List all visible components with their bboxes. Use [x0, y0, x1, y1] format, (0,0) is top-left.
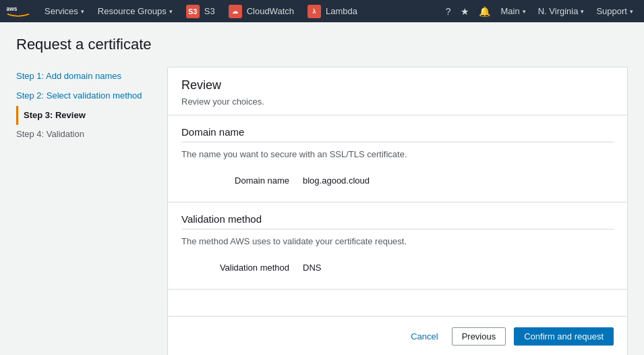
- s3-icon: S3: [186, 5, 200, 18]
- region-chevron: ▾: [581, 8, 584, 15]
- previous-button[interactable]: Previous: [452, 327, 506, 346]
- services-label: Services: [45, 6, 78, 16]
- page-layout: Step 1: Add domain names Step 2: Select …: [16, 67, 628, 355]
- lambda-label: Lambda: [326, 6, 357, 16]
- review-title: Review: [181, 78, 614, 92]
- resource-groups-menu[interactable]: Resource Groups ▾: [92, 0, 178, 22]
- region-menu[interactable]: N. Virginia ▾: [533, 0, 590, 22]
- main-content-panel: Review Review your choices. Domain name …: [167, 67, 628, 355]
- validation-section-title: Validation method: [181, 213, 614, 225]
- help-icon[interactable]: ?: [442, 0, 455, 22]
- validation-method-section: Validation method The method AWS uses to…: [168, 202, 627, 290]
- step2-link[interactable]: Step 2: Select validation method: [16, 86, 151, 106]
- domain-name-value: blog.agood.cloud: [303, 175, 370, 186]
- s3-label: S3: [204, 6, 215, 16]
- domain-name-label: Domain name: [181, 175, 289, 186]
- resource-groups-label: Resource Groups: [98, 6, 167, 16]
- step3-link: Step 3: Review: [16, 106, 151, 126]
- domain-section-desc: The name you want to secure with an SSL/…: [181, 149, 614, 159]
- cloudwatch-label: CloudWatch: [247, 6, 294, 16]
- bookmark-icon[interactable]: ★: [457, 0, 473, 22]
- validation-section-desc: The method AWS uses to validate your cer…: [181, 236, 614, 246]
- validation-method-row: Validation method DNS: [181, 257, 614, 278]
- confirm-button[interactable]: Confirm and request: [514, 327, 614, 346]
- lambda-shortcut[interactable]: λ Lambda: [302, 0, 363, 22]
- domain-name-section: Domain name The name you want to secure …: [168, 115, 627, 202]
- s3-shortcut[interactable]: S3 S3: [181, 0, 221, 22]
- domain-name-row: Domain name blog.agood.cloud: [181, 170, 614, 191]
- support-label: Support: [596, 6, 627, 16]
- cloudwatch-shortcut[interactable]: ☁ CloudWatch: [223, 0, 299, 22]
- cloudwatch-icon: ☁: [229, 5, 242, 18]
- resource-groups-chevron: ▾: [169, 8, 173, 15]
- page-wrapper: Request a certificate Step 1: Add domain…: [0, 22, 644, 355]
- content-spacer: [168, 290, 627, 317]
- cancel-button[interactable]: Cancel: [405, 329, 443, 344]
- main-label: Main: [501, 6, 520, 16]
- services-chevron: ▾: [81, 8, 84, 15]
- actions-bar: Cancel Previous Confirm and request: [168, 317, 627, 355]
- page-title-area: Request a certificate: [16, 36, 628, 53]
- nav-right-area: ? ★ 🔔 Main ▾ N. Virginia ▾ Support ▾: [442, 0, 639, 22]
- validation-method-value: DNS: [303, 263, 321, 273]
- wizard-sidebar: Step 1: Add domain names Step 2: Select …: [16, 67, 151, 355]
- aws-logo[interactable]: aws: [5, 3, 31, 20]
- step1-link[interactable]: Step 1: Add domain names: [16, 67, 151, 86]
- support-chevron: ▾: [630, 8, 633, 15]
- step4-link: Step 4: Validation: [16, 125, 151, 144]
- main-chevron: ▾: [523, 8, 526, 15]
- main-menu[interactable]: Main ▾: [496, 0, 531, 22]
- lambda-icon: λ: [308, 5, 321, 18]
- page-title: Request a certificate: [16, 36, 628, 53]
- domain-section-title: Domain name: [181, 126, 614, 138]
- svg-text:aws: aws: [7, 5, 18, 12]
- review-subtitle: Review your choices.: [181, 97, 614, 107]
- navigation-bar: aws Services ▾ Resource Groups ▾ S3 S3 ☁…: [0, 0, 644, 22]
- services-menu[interactable]: Services ▾: [39, 0, 90, 22]
- validation-method-label: Validation method: [181, 263, 289, 273]
- support-menu[interactable]: Support ▾: [591, 0, 639, 22]
- review-header: Review Review your choices.: [168, 67, 627, 115]
- region-label: N. Virginia: [538, 6, 579, 16]
- notifications-icon[interactable]: 🔔: [475, 0, 494, 22]
